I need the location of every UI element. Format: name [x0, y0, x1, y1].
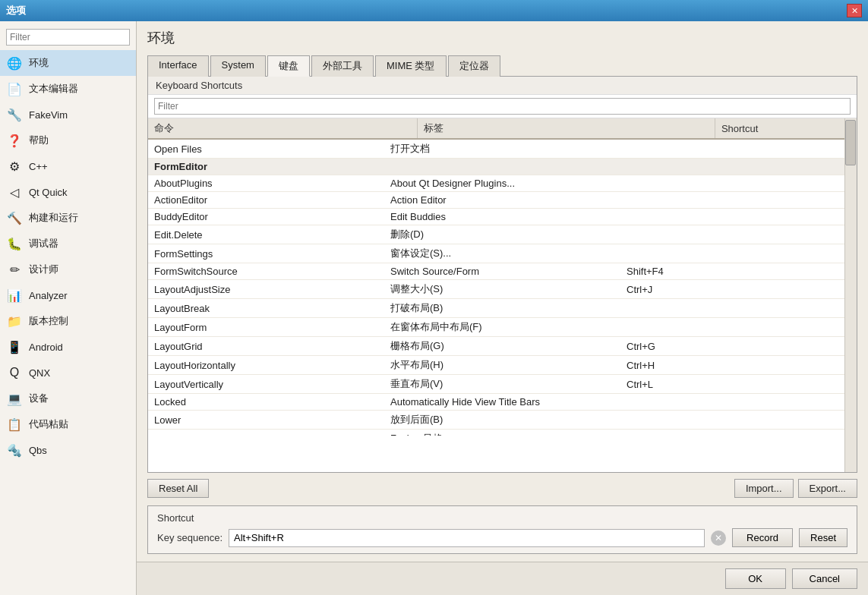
record-button[interactable]: Record: [732, 528, 793, 547]
table-row[interactable]: FormEditor: [148, 159, 857, 175]
table-cell-shortcut: [620, 411, 857, 430]
table-cell-shortcut: [620, 318, 857, 337]
table-cell-command: LayoutGrid: [148, 337, 384, 356]
table-cell-label: 调整大小(S): [384, 280, 620, 299]
table-cell-label: [384, 159, 620, 175]
table-row[interactable]: ActionEditor Action Editor: [148, 192, 857, 209]
table-cell-command: FormSettings: [148, 244, 384, 263]
sidebar-item-qbs[interactable]: 🔩 Qbs: [0, 437, 136, 463]
sidebar-icon-analyzer: 📊: [6, 287, 23, 304]
table-row[interactable]: AboutPlugins About Qt Designer Plugins..…: [148, 175, 857, 192]
sidebar-icon-help: ❓: [6, 132, 23, 149]
table-row[interactable]: LayoutVertically 垂直布局(V) Ctrl+L: [148, 375, 857, 394]
sidebar-item-codepaste[interactable]: 📋 代码粘贴: [0, 411, 136, 437]
sidebar-item-help[interactable]: ❓ 帮助: [0, 128, 136, 153]
sidebar-item-fakevim[interactable]: 🔧 FakeVim: [0, 102, 136, 128]
table-row[interactable]: Lower 放到后面(B): [148, 411, 857, 430]
close-button[interactable]: ✕: [847, 4, 862, 17]
table-cell-command: FormEditor: [148, 159, 384, 175]
section-title: Keyboard Shortcuts: [148, 77, 857, 95]
table-row[interactable]: LayoutHorizontally 水平布局(H) Ctrl+H: [148, 356, 857, 375]
sidebar-icon-environment: 🌐: [6, 55, 23, 71]
shortcut-input-section: Shortcut Key sequence: ✕ Record Reset: [147, 505, 857, 554]
tab-external[interactable]: 外部工具: [311, 55, 374, 77]
sidebar-filter-input[interactable]: [6, 29, 130, 46]
sidebar-item-debugger[interactable]: 🐛 调试器: [0, 231, 136, 257]
filter-box: [0, 24, 136, 50]
table-row[interactable]: BuddyEditor Edit Buddies: [148, 209, 857, 225]
clear-shortcut-button[interactable]: ✕: [711, 530, 726, 546]
shortcuts-data-table: Open Files 打开文档 FormEditor AboutPlugins …: [148, 140, 857, 436]
sidebar-item-environment[interactable]: 🌐 环境: [0, 50, 136, 76]
sidebar-item-qtquick[interactable]: ◁ Qt Quick: [0, 179, 136, 205]
ok-button[interactable]: OK: [725, 568, 786, 589]
table-scroll-area[interactable]: Open Files 打开文档 FormEditor AboutPlugins …: [148, 140, 857, 436]
sidebar-label-fakevim: FakeVim: [29, 109, 68, 121]
table-row[interactable]: Locked Automatically Hide View Title Bar…: [148, 394, 857, 411]
sidebar-icon-fakevim: 🔧: [6, 106, 23, 123]
sidebar-item-texteditor[interactable]: 📄 文本编辑器: [0, 76, 136, 102]
table-cell-shortcut: [620, 430, 857, 436]
tab-locator[interactable]: 定位器: [448, 55, 500, 77]
sidebar-item-cpp[interactable]: ⚙ C++: [0, 153, 136, 179]
tab-keyboard[interactable]: 键盘: [267, 55, 310, 77]
title-bar: 选项 ✕: [0, 0, 868, 21]
main-window: 🌐 环境 📄 文本编辑器 🔧 FakeVim ❓ 帮助 ⚙ C++ ◁ Qt Q…: [0, 21, 868, 595]
scrollbar[interactable]: [844, 118, 857, 472]
table-cell-shortcut: [620, 394, 857, 411]
table-cell-shortcut: [620, 192, 857, 209]
table-cell-command: Lower: [148, 411, 384, 430]
table-filter-box: [148, 95, 857, 118]
reset-all-button[interactable]: Reset All: [147, 479, 209, 498]
table-row[interactable]: Edit.Delete 删除(D): [148, 225, 857, 244]
table-row[interactable]: FormSwitchSource Switch Source/Form Shif…: [148, 263, 857, 280]
table-row[interactable]: FormSettings 窗体设定(S)...: [148, 244, 857, 263]
tab-interface[interactable]: Interface: [147, 55, 209, 77]
table-cell-shortcut: [620, 244, 857, 263]
sidebar-item-qnx[interactable]: Q QNX: [0, 360, 136, 386]
col-header-shortcut: Shortcut: [715, 118, 857, 139]
import-button[interactable]: Import...: [734, 479, 794, 498]
reset-shortcut-button[interactable]: Reset: [799, 528, 847, 547]
table-row[interactable]: LayoutGrid 栅格布局(G) Ctrl+G: [148, 337, 857, 356]
sidebar-icon-codepaste: 📋: [6, 416, 23, 433]
tab-mime[interactable]: MIME 类型: [375, 55, 447, 77]
scroll-thumb[interactable]: [845, 120, 856, 165]
table-cell-label: 垂直布局(V): [384, 375, 620, 394]
table-cell-command: LayoutAdjustSize: [148, 280, 384, 299]
sidebar-label-android: Android: [29, 342, 63, 353]
table-row[interactable]: LayoutBreak 打破布局(B): [148, 299, 857, 318]
cancel-button[interactable]: Cancel: [792, 568, 857, 589]
sidebar-icon-qnx: Q: [6, 364, 23, 381]
sidebar-item-android[interactable]: 📱 Android: [0, 334, 136, 360]
export-button[interactable]: Export...: [798, 479, 857, 498]
shortcuts-table-wrap: 命令 标签 Shortcut Open Files 打开文档 FormEdito…: [148, 118, 857, 472]
sidebar-item-build[interactable]: 🔨 构建和运行: [0, 205, 136, 231]
key-sequence-input[interactable]: [229, 529, 705, 547]
sidebar-icon-debugger: 🐛: [6, 235, 23, 252]
tab-system[interactable]: System: [210, 55, 266, 77]
table-row[interactable]: Open Files 打开文档: [148, 140, 857, 159]
table-cell-shortcut: Ctrl+G: [620, 337, 857, 356]
sidebar-item-vcs[interactable]: 📁 版本控制: [0, 308, 136, 334]
sidebar-item-designer[interactable]: ✏ 设计师: [0, 257, 136, 282]
sidebar-label-vcs: 版本控制: [29, 314, 68, 328]
table-cell-label: About Qt Designer Plugins...: [384, 175, 620, 192]
table-cell-command: Open Files: [148, 140, 384, 159]
table-row[interactable]: LayoutForm 在窗体布局中布局(F): [148, 318, 857, 337]
sidebar-label-codepaste: 代码粘贴: [29, 417, 68, 431]
table-row[interactable]: Menu.Preview.Fusion Fusion 风格: [148, 430, 857, 436]
col-header-label: 标签: [418, 118, 715, 139]
sidebar-label-environment: 环境: [29, 56, 49, 70]
sidebar-label-qnx: QNX: [29, 367, 50, 379]
tab-bar: InterfaceSystem键盘外部工具MIME 类型定位器: [147, 55, 857, 77]
sidebar-item-analyzer[interactable]: 📊 Analyzer: [0, 282, 136, 308]
table-cell-command: LayoutBreak: [148, 299, 384, 318]
table-cell-label: 在窗体布局中布局(F): [384, 318, 620, 337]
table-filter-input[interactable]: [154, 98, 851, 115]
table-cell-command: LayoutForm: [148, 318, 384, 337]
table-row[interactable]: LayoutAdjustSize 调整大小(S) Ctrl+J: [148, 280, 857, 299]
sidebar-item-devices[interactable]: 💻 设备: [0, 386, 136, 411]
table-cell-command: FormSwitchSource: [148, 263, 384, 280]
table-cell-command: LayoutVertically: [148, 375, 384, 394]
